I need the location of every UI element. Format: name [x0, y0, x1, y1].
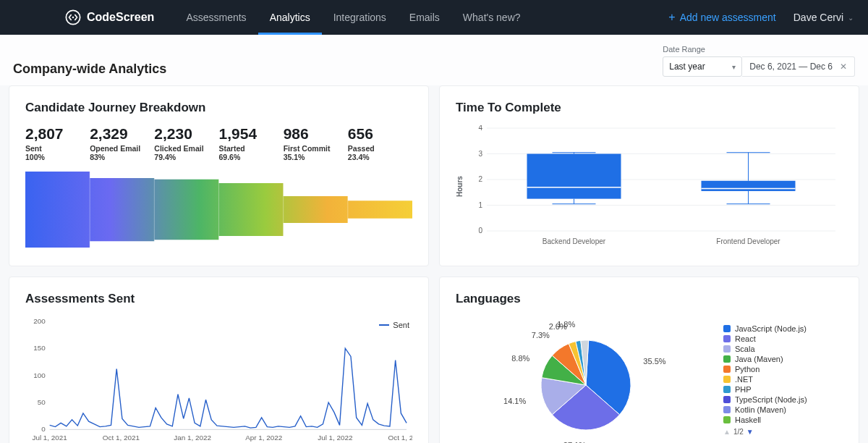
svg-text:Apr 1, 2022: Apr 1, 2022 — [245, 434, 282, 442]
legend-item[interactable]: Python — [723, 364, 807, 374]
svg-text:100: 100 — [33, 371, 46, 379]
line-legend: Sent — [379, 321, 409, 329]
line-chart: 050100150200 Jul 1, 2021Oct 1, 2021Jan 1… — [25, 316, 412, 443]
svg-text:7.3%: 7.3% — [532, 331, 550, 339]
funnel-stage: 2,329Opened Email83% — [90, 125, 154, 161]
funnel-title: Candidate Journey Breakdown — [25, 101, 412, 115]
languages-title: Languages — [456, 292, 843, 306]
svg-text:Jul 1, 2021: Jul 1, 2021 — [32, 434, 67, 442]
svg-rect-17 — [527, 154, 621, 199]
svg-text:0: 0 — [41, 425, 46, 433]
svg-text:8.8%: 8.8% — [511, 354, 529, 363]
boxplot-chart: 01234 Backend DeveloperFrontend Develope… — [467, 125, 843, 248]
svg-text:150: 150 — [33, 344, 46, 352]
svg-text:Frontend Developer: Frontend Developer — [716, 237, 780, 245]
nav-item-emails[interactable]: Emails — [398, 0, 451, 35]
svg-text:14.1%: 14.1% — [503, 397, 526, 405]
assessments-title: Assessments Sent — [25, 292, 412, 306]
pager-prev-icon[interactable]: ▲ — [723, 428, 731, 436]
legend-item[interactable]: .NET — [723, 374, 807, 384]
pie-chart: 35.5%27.1%14.1%8.8%7.3%2.6%1.8% — [456, 316, 702, 443]
pie-legend: JavaScript (Node.js)ReactScalaJava (Mave… — [723, 324, 807, 425]
topbar: CodeScreen AssessmentsAnalyticsIntegrati… — [0, 0, 868, 35]
legend-item[interactable]: React — [723, 334, 807, 344]
svg-point-1 — [72, 17, 74, 18]
user-menu[interactable]: Dave Cervi ⌄ — [793, 12, 854, 23]
funnel-stage: 1,954Started69.6% — [219, 125, 284, 161]
svg-text:Oct 1, 2022: Oct 1, 2022 — [388, 434, 412, 442]
page-title: Company-wide Analytics — [13, 62, 166, 77]
svg-text:1: 1 — [478, 201, 482, 209]
legend-item[interactable]: Haskell — [723, 415, 807, 425]
funnel-stage: 986First Commit35.1% — [284, 125, 348, 161]
main-nav: AssessmentsAnalyticsIntegrationsEmailsWh… — [174, 0, 532, 35]
date-preset-select[interactable]: Last year ▾ — [663, 56, 742, 77]
assessments-card: Assessments Sent Sent 050100150200 Jul 1… — [9, 277, 429, 443]
funnel-stats-row: 2,807Sent100%2,329Opened Email83%2,230Cl… — [25, 125, 412, 161]
time-card: Time To Complete Hours 01234 Backend Dev… — [439, 85, 859, 266]
brand-name: CodeScreen — [87, 11, 154, 24]
svg-text:Jul 1, 2022: Jul 1, 2022 — [318, 434, 352, 442]
languages-card: Languages 35.5%27.1%14.1%8.8%7.3%2.6%1.8… — [439, 277, 859, 443]
svg-rect-23 — [702, 181, 796, 191]
nav-item-integrations[interactable]: Integrations — [322, 0, 398, 35]
legend-item[interactable]: Kotlin (Maven) — [723, 405, 807, 415]
plus-icon: + — [668, 11, 675, 24]
add-assessment-label: Add new assessment — [680, 12, 776, 23]
chevron-down-icon: ⌄ — [848, 14, 854, 22]
svg-text:200: 200 — [33, 317, 46, 325]
svg-text:4: 4 — [478, 125, 482, 132]
funnel-card: Candidate Journey Breakdown 2,807Sent100… — [9, 85, 429, 266]
svg-text:Jan 1, 2022: Jan 1, 2022 — [174, 434, 211, 442]
caret-down-icon: ▾ — [732, 63, 736, 71]
brand-icon — [65, 9, 81, 25]
legend-item[interactable]: Scala — [723, 344, 807, 354]
legend-item[interactable]: Java (Maven) — [723, 354, 807, 364]
legend-pager[interactable]: ▲ 1/2 ▼ — [723, 428, 807, 436]
page-header: Company-wide Analytics Date Range Last y… — [0, 35, 868, 85]
nav-item-analytics[interactable]: Analytics — [258, 0, 322, 35]
date-range-display[interactable]: Dec 6, 2021 — Dec 6 ✕ — [742, 56, 855, 77]
clear-date-icon[interactable]: ✕ — [840, 62, 847, 72]
svg-text:Oct 1, 2021: Oct 1, 2021 — [103, 434, 140, 442]
funnel-chart — [25, 172, 412, 248]
svg-text:3: 3 — [478, 150, 482, 158]
time-title: Time To Complete — [456, 101, 843, 115]
add-assessment-button[interactable]: + Add new assessment — [668, 11, 775, 24]
user-name: Dave Cervi — [793, 12, 843, 23]
svg-text:35.5%: 35.5% — [643, 357, 665, 366]
svg-text:50: 50 — [38, 398, 46, 406]
funnel-stage: 2,807Sent100% — [25, 125, 90, 161]
nav-item-what-s-new-[interactable]: What's new? — [451, 0, 532, 35]
date-range-label: Date Range — [663, 45, 855, 54]
svg-text:0: 0 — [478, 227, 482, 235]
funnel-stage: 2,230Clicked Email79.4% — [154, 125, 218, 161]
funnel-stage: 656Passed23.4% — [348, 125, 412, 161]
legend-item[interactable]: PHP — [723, 384, 807, 395]
svg-text:2: 2 — [478, 175, 482, 183]
legend-item[interactable]: TypeScript (Node.js) — [723, 395, 807, 405]
nav-item-assessments[interactable]: Assessments — [174, 0, 258, 35]
legend-item[interactable]: JavaScript (Node.js) — [723, 324, 807, 334]
y-axis-label: Hours — [456, 125, 464, 248]
svg-text:Backend Developer: Backend Developer — [542, 237, 606, 245]
pager-next-icon[interactable]: ▼ — [746, 428, 754, 436]
svg-text:1.8%: 1.8% — [557, 320, 575, 329]
brand-logo[interactable]: CodeScreen — [65, 9, 154, 25]
